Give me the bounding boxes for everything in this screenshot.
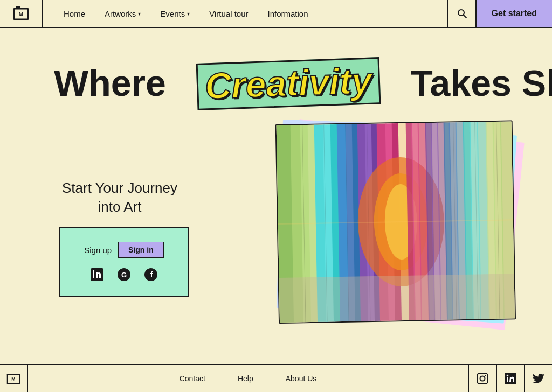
svg-text:M: M xyxy=(11,376,15,382)
heading-highlight-wrapper: Creativity xyxy=(197,60,380,107)
footer-help[interactable]: Help xyxy=(238,374,253,383)
artworks-arrow-icon: ▾ xyxy=(138,11,141,17)
nav-links: Home Artworks ▾ Events ▾ Virtual tour In… xyxy=(43,0,447,27)
svg-rect-7 xyxy=(93,272,94,278)
heading-prefix: Where xyxy=(54,62,166,103)
hero-subtext: Start Your Journey into Art xyxy=(62,179,177,216)
svg-rect-54 xyxy=(279,274,515,323)
footer: M Contact Help About Us xyxy=(0,364,552,392)
svg-rect-66 xyxy=(477,373,488,384)
events-arrow-icon: ▾ xyxy=(187,11,190,17)
auth-buttons-row: Sign up Sign in xyxy=(84,242,164,258)
main-content: Where Creativity Takes Shape Start Your … xyxy=(0,28,552,364)
search-button[interactable] xyxy=(447,0,475,27)
creativity-text: Creativity xyxy=(204,60,372,107)
svg-point-71 xyxy=(507,375,508,376)
google-icon[interactable]: G xyxy=(116,267,132,283)
facebook-icon[interactable]: f xyxy=(143,267,159,283)
footer-contact[interactable]: Contact xyxy=(180,374,205,383)
svg-point-8 xyxy=(93,270,95,272)
nav-events[interactable]: Events ▾ xyxy=(150,0,199,27)
nav-artworks[interactable]: Artworks ▾ xyxy=(95,0,150,27)
svg-text:f: f xyxy=(150,270,153,279)
nav-home[interactable]: Home xyxy=(54,0,95,27)
heading-suffix: Takes Shape xyxy=(410,62,552,103)
art-image xyxy=(272,114,530,340)
footer-instagram-icon[interactable] xyxy=(468,365,496,392)
footer-socials xyxy=(468,365,552,392)
footer-about[interactable]: About Us xyxy=(286,374,317,383)
nav-virtual-tour[interactable]: Virtual tour xyxy=(199,0,258,27)
svg-rect-70 xyxy=(507,377,508,382)
social-icons-row: G f xyxy=(89,267,159,283)
svg-text:M: M xyxy=(19,11,23,17)
svg-point-68 xyxy=(485,375,486,376)
hero-heading: Where Creativity Takes Shape xyxy=(54,60,520,107)
footer-twitter-icon[interactable] xyxy=(524,365,552,392)
get-started-button[interactable]: Get started xyxy=(475,0,552,27)
svg-line-5 xyxy=(464,15,466,18)
svg-rect-1 xyxy=(16,6,20,9)
footer-linkedin-icon[interactable] xyxy=(496,365,524,392)
auth-box: Sign up Sign in G xyxy=(59,227,189,297)
nav-information[interactable]: Information xyxy=(258,0,318,27)
linkedin-icon[interactable] xyxy=(89,267,105,283)
svg-text:G: G xyxy=(121,271,127,279)
footer-links: Contact Help About Us xyxy=(28,374,468,383)
svg-point-67 xyxy=(480,376,485,381)
footer-logo[interactable]: M xyxy=(0,365,28,392)
navbar: M Home Artworks ▾ Events ▾ Virtual tour … xyxy=(0,0,552,28)
creativity-box: Creativity xyxy=(196,57,381,110)
signup-label: Sign up xyxy=(84,246,112,255)
signin-button[interactable]: Sign in xyxy=(118,242,164,258)
nav-logo[interactable]: M xyxy=(0,0,43,27)
